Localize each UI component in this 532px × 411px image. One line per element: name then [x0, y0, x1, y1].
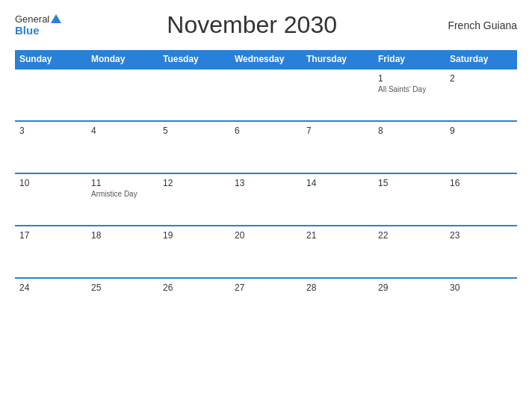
calendar-week-row: 1011Armistice Day1213141516 — [15, 173, 517, 226]
calendar-week-row: 3456789 — [15, 121, 517, 173]
table-row: 23 — [445, 226, 517, 278]
day-number: 7 — [306, 126, 369, 136]
table-row: 3 — [15, 121, 87, 173]
region-label: French Guiana — [442, 19, 517, 31]
table-row: 12 — [158, 173, 230, 226]
day-number: 14 — [306, 178, 369, 188]
calendar-table: Sunday Monday Tuesday Wednesday Thursday… — [15, 50, 517, 330]
day-number: 25 — [91, 282, 154, 293]
table-row: 21 — [302, 226, 374, 278]
table-row: 4 — [87, 121, 158, 173]
calendar-header-row: Sunday Monday Tuesday Wednesday Thursday… — [15, 50, 517, 69]
day-number: 17 — [19, 230, 82, 241]
table-row — [158, 69, 230, 121]
table-row: 1All Saints' Day — [374, 69, 445, 121]
table-row: 16 — [445, 173, 517, 226]
col-tuesday: Tuesday — [158, 50, 230, 69]
day-number: 30 — [450, 282, 513, 293]
table-row: 10 — [15, 173, 87, 226]
month-title: November 2030 — [61, 11, 442, 39]
day-number: 3 — [19, 126, 82, 136]
table-row: 5 — [158, 121, 230, 173]
table-row: 26 — [158, 278, 230, 330]
table-row: 30 — [445, 278, 517, 330]
calendar-body: 1All Saints' Day234567891011Armistice Da… — [15, 69, 517, 330]
col-monday: Monday — [87, 50, 158, 69]
table-row: 28 — [302, 278, 374, 330]
day-number: 28 — [306, 282, 369, 293]
table-row: 14 — [302, 173, 374, 226]
table-row: 6 — [230, 121, 302, 173]
table-row — [15, 69, 87, 121]
day-number: 10 — [19, 178, 82, 188]
table-row: 25 — [87, 278, 158, 330]
table-row: 15 — [374, 173, 445, 226]
day-number: 27 — [235, 282, 297, 293]
day-number: 1 — [378, 73, 441, 84]
holiday-label: All Saints' Day — [378, 85, 441, 93]
day-number: 22 — [378, 230, 441, 241]
day-number: 23 — [450, 230, 513, 241]
table-row: 11Armistice Day — [87, 173, 158, 226]
table-row: 22 — [374, 226, 445, 278]
day-number: 20 — [235, 230, 297, 241]
table-row: 7 — [302, 121, 374, 173]
day-number: 6 — [235, 126, 297, 136]
day-number: 29 — [378, 282, 441, 293]
day-number: 15 — [378, 178, 441, 188]
day-number: 26 — [163, 282, 226, 293]
logo-general-text: General — [15, 14, 49, 25]
day-number: 2 — [450, 73, 513, 84]
day-number: 5 — [163, 126, 226, 136]
holiday-label: Armistice Day — [91, 190, 154, 198]
day-number: 13 — [235, 178, 297, 188]
table-row — [87, 69, 158, 121]
logo-triangle-icon — [51, 14, 61, 23]
calendar-week-row: 24252627282930 — [15, 278, 517, 330]
col-friday: Friday — [374, 50, 445, 69]
table-row: 8 — [374, 121, 445, 173]
day-number: 21 — [306, 230, 369, 241]
day-number: 9 — [450, 126, 513, 136]
table-row: 18 — [87, 226, 158, 278]
day-number: 18 — [91, 230, 154, 241]
col-thursday: Thursday — [302, 50, 374, 69]
day-number: 24 — [19, 282, 82, 293]
day-number: 19 — [163, 230, 226, 241]
day-number: 8 — [378, 126, 441, 136]
col-saturday: Saturday — [445, 50, 517, 69]
table-row: 2 — [445, 69, 517, 121]
table-row: 19 — [158, 226, 230, 278]
table-row: 9 — [445, 121, 517, 173]
logo-blue-text: Blue — [15, 25, 61, 36]
calendar-container: General Blue November 2030 French Guiana… — [0, 0, 532, 411]
table-row: 29 — [374, 278, 445, 330]
table-row: 13 — [230, 173, 302, 226]
col-sunday: Sunday — [15, 50, 87, 69]
logo: General Blue — [15, 14, 61, 36]
table-row — [230, 69, 302, 121]
day-number: 11 — [91, 178, 154, 188]
table-row — [302, 69, 374, 121]
day-number: 4 — [91, 126, 154, 136]
day-number: 12 — [163, 178, 226, 188]
table-row: 27 — [230, 278, 302, 330]
day-number: 16 — [450, 178, 513, 188]
calendar-header: General Blue November 2030 French Guiana — [15, 11, 517, 39]
calendar-week-row: 1All Saints' Day2 — [15, 69, 517, 121]
table-row: 17 — [15, 226, 87, 278]
col-wednesday: Wednesday — [230, 50, 302, 69]
table-row: 24 — [15, 278, 87, 330]
table-row: 20 — [230, 226, 302, 278]
calendar-week-row: 17181920212223 — [15, 226, 517, 278]
